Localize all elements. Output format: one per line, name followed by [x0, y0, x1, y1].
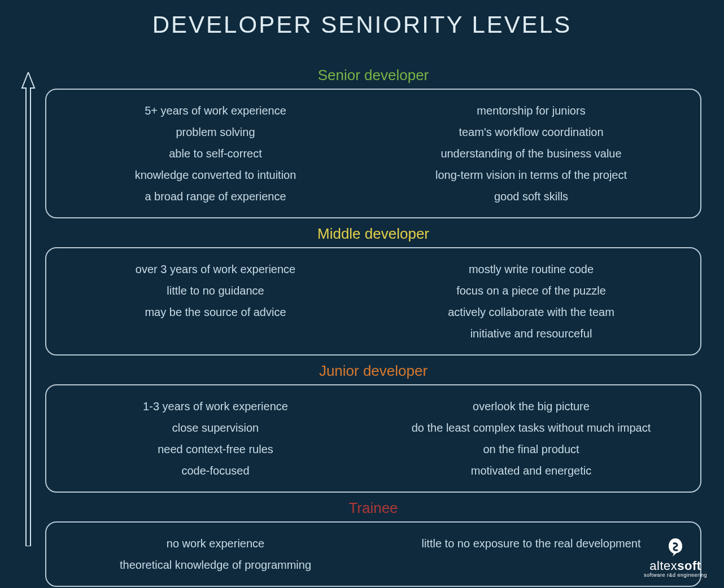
brand-logo: altexsoft software r&d engineering: [644, 537, 707, 578]
level-right-column: overlook the big picturedo the least com…: [379, 396, 683, 481]
level-box: 5+ years of work experienceproblem solvi…: [45, 89, 701, 218]
level-item: little to no exposure to the real develo…: [421, 533, 640, 554]
level-left-column: 1-3 years of work experienceclose superv…: [63, 396, 368, 481]
logo-text: altexsoft: [649, 559, 701, 573]
level-title: Senior developer: [45, 67, 701, 84]
level-item: little to no guidance: [167, 280, 264, 301]
level-item: do the least complex tasks without much …: [412, 417, 651, 438]
level-item: good soft skills: [494, 186, 568, 207]
level-item: overlook the big picture: [473, 396, 590, 417]
level-box: 1-3 years of work experienceclose superv…: [45, 384, 701, 493]
logo-brand-prefix: altex: [649, 559, 677, 573]
level-item: need context-free rules: [158, 438, 273, 460]
logo-icon: [666, 537, 684, 558]
level-item: theoretical knowledge of programming: [120, 554, 311, 576]
level-title: Junior developer: [45, 362, 701, 380]
arrow-column: [11, 67, 45, 588]
level-item: code-focused: [181, 460, 249, 481]
diagram-content: Senior developer5+ years of work experie…: [0, 67, 724, 588]
level-item: long-term vision in terms of the project: [435, 164, 627, 186]
level-item: focus on a piece of the puzzle: [456, 280, 606, 301]
levels-column: Senior developer5+ years of work experie…: [45, 67, 713, 588]
level-item: mentorship for juniors: [477, 100, 585, 121]
level-right-column: mostly write routine codefocus on a piec…: [379, 258, 683, 344]
level-right-column: mentorship for juniorsteam's workflow co…: [379, 100, 683, 207]
level-item: 5+ years of work experience: [145, 100, 286, 121]
level-item: able to self-correct: [169, 143, 262, 164]
level-item: problem solving: [176, 121, 255, 143]
level-title: Middle developer: [45, 225, 701, 243]
level-item: initiative and resourceful: [470, 323, 592, 344]
level-left-column: 5+ years of work experienceproblem solvi…: [63, 100, 368, 207]
level-left-column: no work experiencetheoretical knowledge …: [63, 533, 368, 576]
level-item: motivated and energetic: [471, 460, 591, 481]
level-item: close supervision: [172, 417, 259, 438]
level-item: on the final product: [483, 438, 579, 460]
level-item: a broad range of experience: [145, 186, 286, 207]
level-item: over 3 years of work experience: [136, 258, 295, 280]
page-title: DEVELOPER SENIORITY LEVELS: [0, 0, 724, 38]
level-item: may be the source of advice: [145, 301, 286, 323]
level-item: mostly write routine code: [469, 258, 594, 280]
level-item: 1-3 years of work experience: [143, 396, 288, 417]
logo-brand-suffix: soft: [677, 559, 701, 573]
level-left-column: over 3 years of work experiencelittle to…: [63, 258, 368, 344]
level-right-column: little to no exposure to the real develo…: [379, 533, 683, 576]
growth-arrow-icon: [20, 72, 37, 546]
level-item: no work experience: [167, 533, 264, 554]
level-item: knowledge converted to intuition: [135, 164, 296, 186]
level-title: Trainee: [45, 499, 701, 517]
level-box: over 3 years of work experiencelittle to…: [45, 247, 701, 356]
level-item: team's workflow coordination: [459, 121, 603, 143]
level-item: actively collaborate with the team: [448, 301, 614, 323]
logo-tagline: software r&d engineering: [644, 572, 707, 578]
level-item: understanding of the business value: [440, 143, 621, 164]
level-box: no work experiencetheoretical knowledge …: [45, 521, 701, 587]
